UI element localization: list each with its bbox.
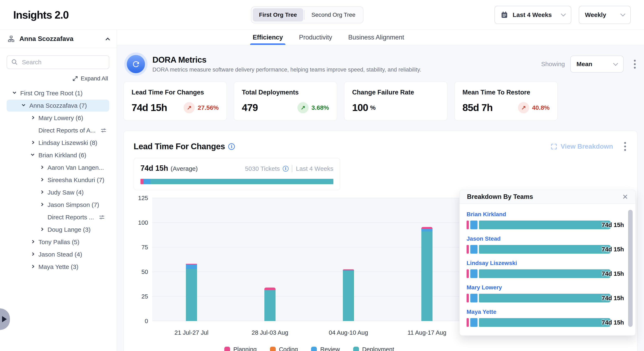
bar-segment-deployment: [421, 231, 432, 321]
tree-item[interactable]: Jason Simpson (7): [6, 199, 109, 211]
tree-item[interactable]: Anna Scozzafava (7): [6, 100, 109, 112]
metric-card-total-deployments: Total Deployments 479 3.68%: [234, 82, 337, 121]
tree-item-label: Aaron Van Langen...: [48, 164, 104, 171]
tree-item[interactable]: First Org Tree Root (1): [6, 87, 109, 99]
tree-item[interactable]: Tony Pallas (5): [6, 236, 109, 248]
team-stacked-bar: 74d 15h: [466, 269, 611, 278]
tree-item[interactable]: Sireesha Kunduri (7): [6, 174, 109, 186]
bar-segment-deployment: [479, 245, 611, 254]
tab-business-alignment[interactable]: Business Alignment: [347, 30, 406, 45]
team-bar-value: 74d 15h: [602, 270, 624, 277]
bar-column: [231, 198, 309, 321]
x-tick-label: 28 Jul-03 Aug: [231, 329, 309, 336]
chevron-down-icon[interactable]: [12, 91, 17, 96]
stacked-bar[interactable]: [186, 264, 197, 321]
y-tick-label: 125: [138, 195, 148, 202]
filter-icon[interactable]: [100, 127, 107, 134]
team-link[interactable]: Jason Stead: [466, 235, 501, 242]
chevron-placeholder: [30, 128, 36, 133]
trend-up-icon: [518, 102, 529, 113]
showing-select[interactable]: Mean: [570, 56, 624, 73]
chevron-right-icon[interactable]: [40, 165, 44, 170]
tree-item[interactable]: Doug Lange (3): [6, 224, 109, 236]
selected-person-header[interactable]: Anna Scozzafava: [0, 30, 117, 48]
stacked-bar[interactable]: [421, 227, 432, 321]
chevron-right-icon[interactable]: [40, 190, 44, 195]
toggle-second-org-tree[interactable]: Second Org Tree: [305, 8, 362, 22]
metric-card-value: 85d 7h: [462, 102, 492, 113]
legend-item-review[interactable]: Review: [311, 346, 340, 351]
tree-item[interactable]: Lindsay Liszewski (8): [6, 137, 109, 149]
tree-item[interactable]: Maya Yette (3): [6, 261, 109, 273]
chevron-right-icon[interactable]: [40, 178, 44, 183]
chevron-down-icon[interactable]: [30, 153, 36, 158]
panel-header: Breakdown By Teams: [460, 190, 636, 204]
x-axis: 21 Jul-27 Jul28 Jul-03 Aug04 Aug-10 Aug1…: [152, 329, 466, 336]
legend-label: Coding: [279, 346, 298, 351]
chevron-down-icon[interactable]: [22, 103, 26, 108]
team-link[interactable]: Mary Lowery: [466, 284, 502, 291]
team-link[interactable]: Brian Kirkland: [466, 211, 506, 218]
chevron-right-icon[interactable]: [30, 116, 36, 121]
tree-item[interactable]: Direct Reports ...: [6, 211, 109, 223]
bar-segment-deployment: [150, 179, 333, 184]
bar-segment-planning: [421, 227, 432, 229]
legend-swatch: [270, 347, 276, 351]
chevron-right-icon[interactable]: [40, 202, 44, 207]
close-icon[interactable]: [622, 193, 628, 200]
granularity-select[interactable]: Weekly: [579, 6, 631, 24]
metric-card-delta: 3.68%: [312, 104, 329, 111]
expand-all-button[interactable]: Expand All: [72, 75, 108, 82]
info-icon[interactable]: [228, 143, 235, 150]
filter-icon[interactable]: [98, 214, 105, 221]
chevron-right-icon[interactable]: [40, 227, 44, 232]
tree-item[interactable]: Brian Kirkland (6): [6, 149, 109, 161]
kebab-menu-icon[interactable]: [633, 58, 637, 71]
team-link[interactable]: Maya Yette: [466, 309, 496, 315]
tree-item-label: Direct Reports ...: [48, 214, 94, 221]
kebab-menu-icon[interactable]: [623, 140, 627, 153]
y-tick-label: 25: [142, 293, 148, 300]
chevron-up-icon[interactable]: [106, 38, 110, 42]
scrollbar-thumb[interactable]: [628, 210, 633, 327]
dora-title: DORA Metrics: [152, 55, 421, 65]
showing-value: Mean: [576, 61, 592, 68]
toggle-first-org-tree[interactable]: First Org Tree: [253, 8, 303, 22]
dora-metrics-icon: [127, 55, 145, 73]
team-link[interactable]: Lindsay Liszewski: [466, 260, 517, 266]
chevron-right-icon[interactable]: [30, 240, 36, 244]
showing-controls: Showing Mean: [541, 56, 637, 73]
calendar-icon: [501, 11, 508, 19]
tab-productivity[interactable]: Productivity: [298, 30, 333, 45]
legend-item-deployment[interactable]: Deployment: [353, 346, 394, 351]
info-icon[interactable]: [283, 166, 288, 172]
insights-dashboard: Insights 2.0 First Org Tree Second Org T…: [0, 0, 644, 351]
showing-label: Showing: [541, 61, 565, 68]
average-value: 74d 15h: [140, 164, 168, 173]
org-tree-toggle: First Org Tree Second Org Tree: [251, 7, 364, 23]
tree-item[interactable]: Jason Stead (4): [6, 248, 109, 260]
stacked-bar[interactable]: [343, 269, 354, 321]
tree-item[interactable]: Direct Reports of A...: [6, 124, 109, 136]
legend-item-coding[interactable]: Coding: [270, 346, 298, 351]
x-tick-label: 04 Aug-10 Aug: [309, 329, 388, 336]
bar-segment-review: [470, 245, 478, 254]
search-input[interactable]: [6, 55, 109, 69]
bar-segment-planning: [466, 245, 469, 254]
chevron-right-icon[interactable]: [30, 252, 36, 257]
metric-card-title: Mean Time To Restore: [462, 89, 550, 96]
tree-item[interactable]: Aaron Van Langen...: [6, 162, 109, 174]
org-tree-icon: [8, 35, 15, 43]
chevron-right-icon[interactable]: [30, 264, 36, 269]
page-title: Insights 2.0: [13, 9, 68, 21]
tree-item[interactable]: Mary Lowery (6): [6, 112, 109, 124]
stacked-bar[interactable]: [264, 287, 276, 321]
tabs: Efficiency Productivity Business Alignme…: [117, 30, 644, 45]
view-breakdown-button[interactable]: View Breakdown: [550, 143, 613, 150]
chevron-right-icon[interactable]: [30, 140, 36, 145]
bar-segment-planning: [466, 318, 469, 327]
date-range-select[interactable]: Last 4 Weeks: [494, 6, 571, 24]
legend-item-planning[interactable]: Planning: [224, 346, 257, 351]
tree-item[interactable]: Judy Saw (4): [6, 186, 109, 198]
tab-efficiency[interactable]: Efficiency: [251, 30, 284, 45]
